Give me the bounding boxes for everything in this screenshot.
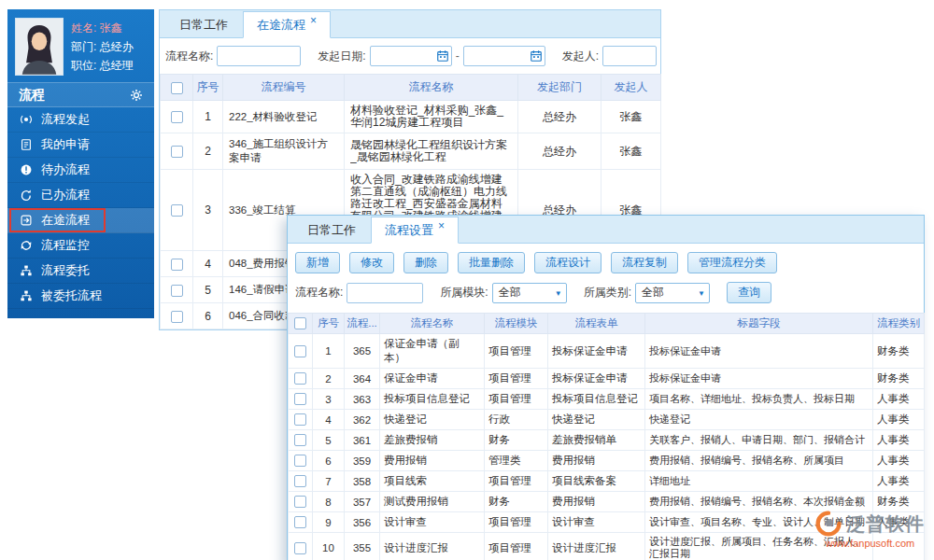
row-checkbox[interactable] (294, 393, 306, 405)
cell-no: 5 (193, 277, 223, 303)
calendar-icon[interactable] (530, 49, 543, 63)
cell-dept: 总经办 (518, 101, 601, 133)
row-checkbox[interactable] (294, 413, 306, 426)
close-tab-icon[interactable]: × (438, 220, 445, 231)
cell-name: 快递登记 (380, 410, 485, 430)
tab-label: 日常工作 (307, 222, 356, 239)
cell-category: 人事类 (873, 451, 925, 471)
tab-daily-work[interactable]: 日常工作 (294, 218, 369, 243)
sidebar-item-monitor[interactable]: 流程监控 (7, 233, 154, 259)
process-name-input[interactable] (217, 46, 301, 66)
sidebar-item-in-transit[interactable]: 在途流程 (7, 208, 154, 233)
process-design-button[interactable]: 流程设计 (534, 252, 601, 273)
col-header-category: 流程类别 (873, 314, 925, 334)
process-copy-button[interactable]: 流程复制 (611, 252, 678, 273)
close-tab-icon[interactable]: × (310, 15, 317, 26)
calendar-icon[interactable] (436, 49, 449, 63)
cell-no: 1 (193, 101, 223, 133)
cell-id: 358 (345, 471, 380, 492)
row-checkbox[interactable] (171, 259, 183, 271)
col-header-no: 序号 (193, 75, 223, 101)
cell-initiator: 张鑫 (601, 133, 661, 170)
cell-form: 投标项目信息登记 (548, 389, 645, 410)
cell-category: 财务类 (873, 492, 925, 512)
row-checkbox[interactable] (171, 311, 183, 323)
row-checkbox[interactable] (294, 475, 306, 487)
delete-button[interactable]: 删除 (403, 252, 448, 273)
cell-name: 设计进度汇报 (380, 533, 485, 560)
cell-form: 设计审查 (548, 512, 645, 533)
process-name-label: 流程名称: (165, 49, 213, 64)
cell-module: 财务 (485, 492, 548, 512)
cell-name: 费用报销 (380, 451, 485, 471)
cell-form: 投标保证金申请 (548, 369, 645, 389)
category-select-value: 全部 (642, 285, 664, 301)
row-checkbox[interactable] (294, 542, 306, 554)
tab-in-transit[interactable]: 在途流程× (243, 11, 331, 38)
edit-button[interactable]: 修改 (349, 252, 394, 273)
tab-process-settings[interactable]: 流程设置× (371, 217, 459, 244)
batch-delete-button[interactable]: 批量删除 (458, 252, 525, 273)
tab-label: 在途流程 (257, 17, 305, 34)
panel1-filters: 流程名称: 发起日期: - 发起人: (160, 38, 660, 74)
cell-no: 4 (313, 410, 345, 430)
select-all-checkbox[interactable] (294, 317, 306, 329)
cell-form: 设计进度汇报 (548, 533, 645, 560)
tab-daily-work[interactable]: 日常工作 (166, 13, 241, 37)
sidebar-item-initiate[interactable]: 流程发起 (7, 107, 154, 133)
category-select[interactable]: 全部 ▼ (635, 283, 710, 303)
sidebar-item-label: 流程委托 (41, 262, 90, 279)
cell-module: 项目管理 (485, 471, 548, 492)
panel2-toolbar: 新增修改删除批量删除流程设计流程复制管理流程分类 (288, 244, 924, 281)
process-name-input[interactable] (347, 283, 423, 303)
cell-form: 差旅费报销单 (548, 430, 645, 451)
cell-form: 投标保证金申请 (548, 334, 645, 369)
sidebar-item-delegation[interactable]: 流程委托 (7, 259, 154, 284)
row-checkbox[interactable] (171, 204, 183, 217)
cell-category: 人事类 (873, 410, 925, 430)
sidebar-item-pending[interactable]: 待办流程 (7, 158, 154, 183)
cell-no: 10 (313, 533, 345, 560)
sidebar-item-delegated[interactable]: 被委托流程 (7, 284, 154, 309)
row-checkbox[interactable] (294, 345, 306, 357)
select-all-checkbox[interactable] (171, 82, 183, 94)
cell-category: 财务类 (873, 334, 925, 369)
search-button[interactable]: 查询 (727, 282, 771, 303)
row-checkbox[interactable] (294, 516, 306, 528)
panel2-tabbar: 日常工作流程设置× (288, 216, 924, 244)
sidebar-item-label: 我的申请 (41, 136, 90, 153)
table-row: 4362快递登记行政快递登记快递登记人事类 (289, 410, 925, 430)
sidebar-item-my-applications[interactable]: 我的申请 (7, 133, 154, 158)
row-checkbox[interactable] (294, 496, 306, 508)
cell-module: 项目管理 (485, 369, 548, 389)
cell-title-field: 详细地址 (645, 471, 873, 492)
cell-name: 投标项目信息登记 (380, 389, 485, 410)
chevron-down-icon: ▼ (698, 289, 705, 298)
cell-title-field: 快递登记 (645, 410, 873, 430)
sidebar-item-completed[interactable]: 已办流程 (7, 183, 154, 208)
col-header-initiator: 发起人 (601, 75, 661, 101)
initiator-input[interactable] (602, 46, 657, 66)
module-select[interactable]: 全部 ▼ (492, 283, 567, 303)
sidebar: 姓名: 张鑫 部门: 总经办 职位: 总经理 流程 流程发起我的申请待办流程已办… (7, 9, 154, 318)
doc-icon (20, 138, 33, 151)
sidebar-item-label: 被委托流程 (41, 287, 102, 304)
module-label: 所属模块: (440, 285, 488, 301)
manage-categories-button[interactable]: 管理流程分类 (687, 252, 777, 273)
row-checkbox[interactable] (294, 455, 306, 467)
done-icon (20, 189, 33, 202)
start-date-label: 发起日期: (318, 49, 365, 64)
add-button[interactable]: 新增 (295, 252, 340, 273)
cell-no: 4 (193, 251, 223, 277)
row-checkbox[interactable] (171, 111, 183, 123)
row-checkbox[interactable] (294, 434, 306, 446)
row-checkbox[interactable] (294, 372, 306, 385)
cell-module: 行政 (485, 410, 548, 430)
date-range-separator: - (456, 49, 460, 63)
row-checkbox[interactable] (171, 285, 183, 297)
gear-icon[interactable] (130, 89, 143, 102)
sidebar-item-label: 待办流程 (41, 161, 90, 178)
row-checkbox[interactable] (171, 146, 183, 158)
user-profile: 姓名: 张鑫 部门: 总经办 职位: 总经理 (7, 9, 154, 82)
watermark-brand: 泛普软件 (846, 511, 925, 537)
